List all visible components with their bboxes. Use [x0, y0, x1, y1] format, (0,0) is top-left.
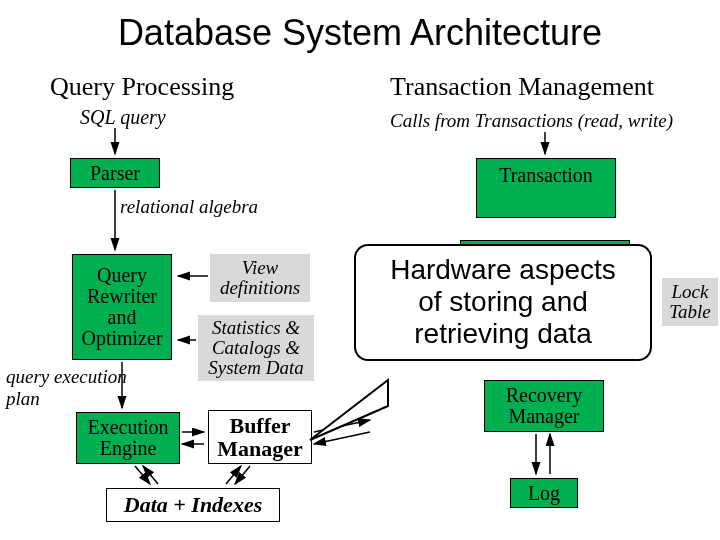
label-qep: query execution plan — [6, 366, 127, 410]
heading-transaction-management: Transaction Management — [390, 72, 654, 102]
box-view-definitions: View definitions — [210, 254, 310, 302]
heading-query-processing: Query Processing — [50, 72, 234, 102]
svg-line-10 — [226, 466, 241, 484]
box-recovery-manager: Recovery Manager — [484, 380, 604, 432]
box-execution-engine: Execution Engine — [76, 412, 180, 464]
label-relational-algebra: relational algebra — [120, 196, 258, 218]
box-parser: Parser — [70, 158, 160, 188]
svg-line-9 — [235, 466, 250, 484]
box-data-indexes: Data + Indexes — [106, 488, 280, 522]
box-statistics: Statistics & Catalogs & System Data — [198, 315, 314, 381]
box-optimizer: Query Rewriter and Optimizer — [72, 254, 172, 360]
callout-hardware-aspects: Hardware aspects of storing and retrievi… — [354, 244, 652, 361]
box-log: Log — [510, 478, 578, 508]
page-title: Database System Architecture — [0, 12, 720, 54]
callout-tail — [300, 378, 390, 448]
label-sql-query: SQL query — [80, 106, 166, 129]
label-txn-calls: Calls from Transactions (read, write) — [390, 110, 673, 132]
box-buffer-manager: Buffer Manager — [208, 410, 312, 464]
box-transaction: Transaction — [476, 158, 616, 218]
svg-line-7 — [135, 466, 150, 484]
box-lock-table: Lock Table — [662, 278, 718, 326]
svg-marker-16 — [310, 380, 388, 440]
svg-line-8 — [143, 466, 158, 484]
